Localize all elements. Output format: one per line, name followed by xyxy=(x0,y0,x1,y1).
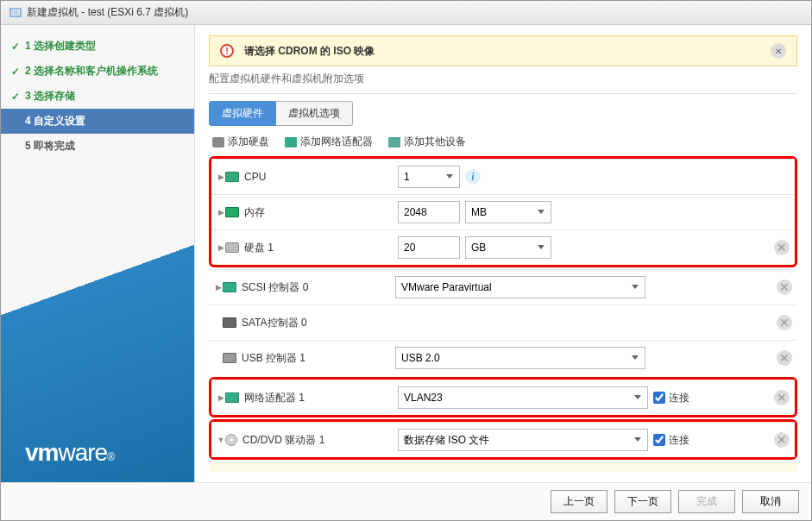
subtitle: 配置虚拟机硬件和虚拟机附加选项 xyxy=(209,72,797,86)
check-icon: ✓ xyxy=(11,91,20,103)
row-usb: USB 控制器 1 USB 2.0 ✕ xyxy=(209,340,797,375)
scsi-icon xyxy=(223,282,236,292)
scsi-select[interactable]: VMware Paravirtual xyxy=(395,276,645,298)
expand-icon[interactable]: ▶ xyxy=(217,393,225,402)
cpu-select[interactable]: 1 xyxy=(398,166,460,188)
finish-button: 完成 xyxy=(678,490,735,513)
remove-sata[interactable]: ✕ xyxy=(777,315,792,330)
add-other-device[interactable]: 添加其他设备 xyxy=(388,135,466,149)
expand-icon[interactable]: ▶ xyxy=(217,243,225,252)
nic-icon xyxy=(285,137,297,148)
step-4[interactable]: 4 自定义设置 xyxy=(1,109,194,134)
remove-usb[interactable]: ✕ xyxy=(777,350,792,366)
expand-icon[interactable]: ▼ xyxy=(217,436,225,444)
cdrom-select[interactable]: 数据存储 ISO 文件 xyxy=(398,429,648,451)
network-connect[interactable]: 连接 xyxy=(653,391,689,405)
divider xyxy=(209,93,797,94)
back-button[interactable]: 上一页 xyxy=(551,490,607,513)
expand-icon[interactable]: ▶ xyxy=(217,173,225,181)
memory-input[interactable] xyxy=(398,201,460,223)
disk-unit[interactable]: GB xyxy=(465,236,551,259)
alert-text: 请选择 CDROM 的 ISO 映像 xyxy=(244,44,375,59)
highlight-box-1: ▶ CPU 1 i ▶ 内存 MB xyxy=(209,156,797,267)
row-cpu: ▶ CPU 1 i xyxy=(211,159,795,194)
memory-icon xyxy=(225,207,239,217)
disk-icon xyxy=(212,137,224,148)
tab-hardware[interactable]: 虚拟硬件 xyxy=(209,101,276,126)
highlight-box-2: ▶ 网络适配器 1 VLAN23 连接 ✕ xyxy=(209,377,797,417)
step-3[interactable]: ✓3 选择存储 xyxy=(1,84,194,109)
tab-vm-options[interactable]: 虚拟机选项 xyxy=(276,101,353,126)
row-cdrom: ▼ CD/DVD 驱动器 1 数据存储 ISO 文件 连接 ✕ xyxy=(211,422,795,457)
step-1[interactable]: ✓1 选择创建类型 xyxy=(1,34,194,59)
check-icon: ✓ xyxy=(11,66,20,78)
vmware-logo: vmware® xyxy=(25,439,114,467)
vm-icon xyxy=(9,7,22,19)
main: ✓1 选择创建类型 ✓2 选择名称和客户机操作系统 ✓3 选择存储 4 自定义设… xyxy=(1,25,811,482)
memory-unit[interactable]: MB xyxy=(465,201,551,223)
usb-icon xyxy=(223,353,236,363)
svg-rect-1 xyxy=(12,10,19,15)
row-sata: SATA控制器 0 ✕ xyxy=(209,304,797,340)
cpu-icon xyxy=(225,172,239,182)
disk-input[interactable] xyxy=(398,236,460,259)
remove-network[interactable]: ✕ xyxy=(774,390,790,405)
usb-select[interactable]: USB 2.0 xyxy=(395,347,645,369)
alert-banner: ! 请选择 CDROM 的 ISO 映像 ✕ xyxy=(209,35,797,66)
row-network: ▶ 网络适配器 1 VLAN23 连接 ✕ xyxy=(211,380,795,415)
remove-cdrom[interactable]: ✕ xyxy=(774,432,790,448)
cancel-button[interactable]: 取消 xyxy=(742,490,799,513)
check-icon: ✓ xyxy=(11,41,20,53)
remove-disk[interactable]: ✕ xyxy=(774,240,790,255)
alert-icon: ! xyxy=(220,44,234,58)
sidebar: ✓1 选择创建类型 ✓2 选择名称和客户机操作系统 ✓3 选择存储 4 自定义设… xyxy=(1,25,195,482)
remove-scsi[interactable]: ✕ xyxy=(777,279,792,295)
row-status: 状态 打开电源时连接 xyxy=(209,461,797,472)
disk-icon xyxy=(225,242,239,253)
content: ! 请选择 CDROM 的 ISO 映像 ✕ 配置虚拟机硬件和虚拟机附加选项 虚… xyxy=(195,25,811,482)
expand-icon[interactable]: ▶ xyxy=(214,283,223,292)
network-select[interactable]: VLAN23 xyxy=(398,386,648,409)
expand-icon[interactable]: ▶ xyxy=(217,208,225,217)
device-icon xyxy=(388,137,400,148)
row-memory: ▶ 内存 MB xyxy=(211,194,795,229)
cdrom-connect[interactable]: 连接 xyxy=(653,433,689,448)
add-disk[interactable]: 添加硬盘 xyxy=(212,135,269,149)
titlebar: 新建虚拟机 - test (ESXi 6.7 虚拟机) xyxy=(1,1,811,25)
info-icon[interactable]: i xyxy=(465,169,481,185)
alert-close[interactable]: ✕ xyxy=(771,43,786,59)
network-icon xyxy=(225,392,239,403)
cd-icon xyxy=(225,434,237,446)
tabs: 虚拟硬件 虚拟机选项 xyxy=(209,101,797,126)
dialog-title: 新建虚拟机 - test (ESXi 6.7 虚拟机) xyxy=(27,5,188,20)
step-5[interactable]: 5 即将完成 xyxy=(1,134,194,159)
add-nic[interactable]: 添加网络适配器 xyxy=(285,135,373,149)
highlight-box-3: ▼ CD/DVD 驱动器 1 数据存储 ISO 文件 连接 ✕ xyxy=(209,419,797,460)
wizard-steps: ✓1 选择创建类型 ✓2 选择名称和客户机操作系统 ✓3 选择存储 4 自定义设… xyxy=(1,25,194,167)
step-2[interactable]: ✓2 选择名称和客户机操作系统 xyxy=(1,59,194,84)
footer: 上一页 下一页 完成 取消 xyxy=(1,482,811,520)
toolbar: 添加硬盘 添加网络适配器 添加其他设备 xyxy=(209,135,797,149)
next-button[interactable]: 下一页 xyxy=(614,490,671,513)
hardware-rows: ▶ CPU 1 i ▶ 内存 MB xyxy=(209,154,797,472)
row-disk: ▶ 硬盘 1 GB ✕ xyxy=(211,229,795,265)
row-scsi: ▶ SCSI 控制器 0 VMware Paravirtual ✕ xyxy=(209,269,797,304)
sata-icon xyxy=(223,317,236,328)
dialog: 新建虚拟机 - test (ESXi 6.7 虚拟机) ✓1 选择创建类型 ✓2… xyxy=(0,0,812,521)
